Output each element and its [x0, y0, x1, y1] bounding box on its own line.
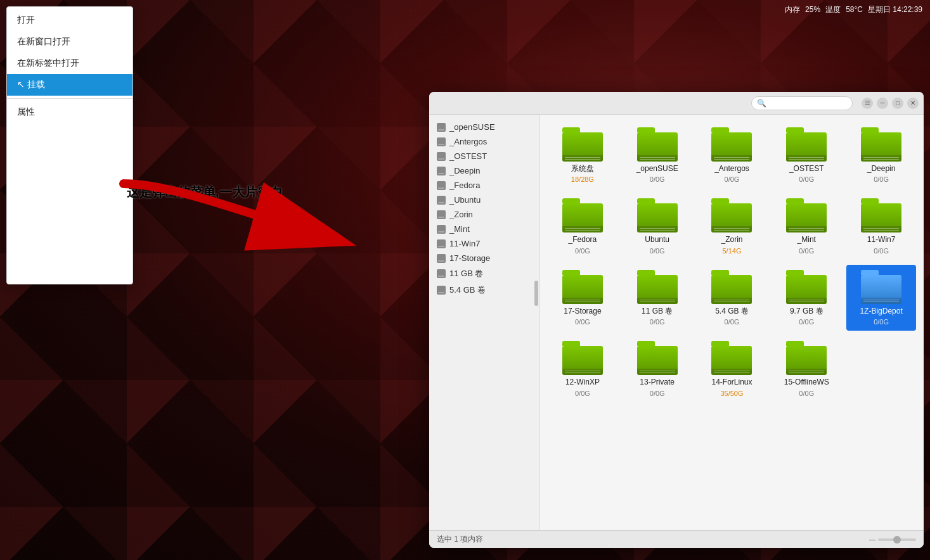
- file-sublabel: 0/0G: [799, 247, 814, 255]
- sidebar-item-zorin[interactable]: _Zorin: [429, 207, 539, 222]
- file-sublabel: 5/14G: [723, 247, 742, 255]
- drive-icon: [437, 210, 446, 219]
- context-menu-properties[interactable]: 属性: [7, 101, 132, 123]
- file-item-private[interactable]: 13-Private 0/0G: [623, 336, 692, 402]
- folder-icon: [861, 270, 901, 304]
- drive-icon: [437, 181, 446, 190]
- folder-icon: [786, 270, 827, 304]
- memory-label: 内存: [785, 4, 800, 15]
- file-item-ostest[interactable]: _OSTEST 0/0G: [772, 122, 841, 188]
- taskbar-info: 内存 25% 温度 58°C 星期日 14:22:39: [785, 4, 922, 15]
- sidebar-item-deepin[interactable]: _Deepin: [429, 163, 539, 178]
- file-item-zorin[interactable]: _Zorin 5/14G: [697, 193, 767, 259]
- sidebar-item-label: 11-Win7: [449, 239, 480, 248]
- fm-statusbar: 选中 1 项内容 —: [429, 530, 924, 548]
- folder-icon: [711, 341, 752, 375]
- file-label: Ubuntu: [645, 235, 669, 244]
- sidebar-item-label: 17-Storage: [449, 253, 490, 263]
- file-item-17storage[interactable]: 17-Storage 0/0G: [548, 265, 617, 331]
- drive-icon: [437, 254, 446, 263]
- zoom-icon-small: —: [869, 536, 875, 543]
- drive-icon: [437, 286, 446, 295]
- file-label: _Antergos: [714, 164, 749, 173]
- context-menu-open-new-window[interactable]: 在新窗口打开: [7, 31, 132, 53]
- sidebar-item-storage[interactable]: 17-Storage: [429, 251, 539, 265]
- file-item-antergos[interactable]: _Antergos 0/0G: [697, 122, 767, 188]
- sidebar-item-label: _Deepin: [449, 166, 480, 175]
- file-label: _Zorin: [721, 235, 742, 244]
- folder-icon: [637, 127, 678, 162]
- file-item-fedora[interactable]: _Fedora 0/0G: [548, 193, 617, 259]
- file-sublabel: 0/0G: [725, 318, 740, 326]
- sidebar-scrollbar[interactable]: [534, 281, 538, 306]
- drive-icon: [437, 225, 446, 234]
- sidebar-item-ubuntu[interactable]: _Ubuntu: [429, 193, 539, 207]
- file-label: _OSTEST: [789, 164, 824, 173]
- context-menu-open-new-tab[interactable]: 在新标签中打开: [7, 53, 132, 74]
- file-item-11gb[interactable]: 11 GB 卷 0/0G: [623, 265, 692, 331]
- file-label: 17-Storage: [564, 307, 601, 315]
- drive-icon: [437, 167, 446, 175]
- file-item-bigdepot[interactable]: 1Z-BigDepot 0/0G: [846, 265, 916, 331]
- sidebar-item-win7[interactable]: 11-Win7: [429, 236, 539, 251]
- slider-thumb: [893, 536, 901, 544]
- fm-sidebar: _openSUSE _Antergos _OSTEST _Deepin _Fed…: [429, 115, 540, 530]
- sidebar-item-label: _Ubuntu: [449, 195, 481, 205]
- sidebar-item-ostest[interactable]: _OSTEST: [429, 149, 539, 163]
- sidebar-item-label: _OSTEST: [449, 151, 487, 161]
- folder-icon: [711, 127, 752, 162]
- context-menu: 打开 在新窗口打开 在新标签中打开 ↖挂载 属性: [6, 6, 133, 284]
- folder-icon: [786, 198, 827, 232]
- file-sublabel: 0/0G: [799, 390, 814, 397]
- sidebar-item-54gb[interactable]: 5.4 GB 卷: [429, 282, 539, 298]
- sidebar-item-antergos[interactable]: _Antergos: [429, 134, 539, 149]
- folder-icon: [861, 198, 901, 232]
- file-label: _Mint: [798, 235, 816, 244]
- drive-icon: [437, 137, 446, 146]
- zoom-slider[interactable]: —: [869, 536, 916, 543]
- file-item-mint[interactable]: _Mint 0/0G: [772, 193, 841, 259]
- drive-icon: [437, 152, 446, 161]
- close-button[interactable]: ✕: [907, 98, 919, 109]
- fm-search-bar[interactable]: 🔍: [751, 96, 853, 110]
- maximize-button[interactable]: □: [892, 98, 903, 109]
- context-menu-open[interactable]: 打开: [7, 10, 132, 31]
- memory-value: 25%: [805, 5, 820, 14]
- sidebar-item-label: 5.4 GB 卷: [449, 284, 486, 296]
- sidebar-item-fedora[interactable]: _Fedora: [429, 178, 539, 193]
- drive-icon: [437, 239, 446, 248]
- file-sublabel: 0/0G: [575, 247, 590, 255]
- context-menu-empty-space: [7, 123, 132, 281]
- sidebar-item-label: _Antergos: [449, 137, 487, 146]
- temp-value: 58°C: [846, 5, 863, 14]
- file-label: 9.7 GB 卷: [790, 307, 823, 315]
- file-item-97gb[interactable]: 9.7 GB 卷 0/0G: [772, 265, 841, 331]
- file-item-forlinux[interactable]: 14-ForLinux 35/50G: [697, 336, 767, 402]
- file-item-offlinews[interactable]: 15-OfflineWS 0/0G: [772, 336, 841, 402]
- file-item-ubuntu[interactable]: Ubuntu 0/0G: [623, 193, 692, 259]
- file-item-deepin[interactable]: _Deepin 0/0G: [846, 122, 916, 188]
- file-item-opensuse[interactable]: _openSUSE 0/0G: [623, 122, 692, 188]
- drive-icon: [437, 196, 446, 205]
- file-item-win7[interactable]: 11-Win7 0/0G: [846, 193, 916, 259]
- folder-icon: [637, 341, 678, 375]
- search-icon: 🔍: [757, 99, 766, 108]
- sidebar-item-label: _Zorin: [449, 210, 473, 219]
- sidebar-item-11gb[interactable]: 11 GB 卷: [429, 265, 539, 282]
- minimize-button[interactable]: ─: [877, 98, 888, 109]
- arrow-annotation: [124, 165, 377, 294]
- menu-button[interactable]: ☰: [862, 98, 873, 109]
- file-item-winxp[interactable]: 12-WinXP 0/0G: [548, 336, 617, 402]
- file-sublabel: 0/0G: [575, 390, 590, 397]
- slider-track: [878, 538, 916, 541]
- file-item-54gb[interactable]: 5.4 GB 卷 0/0G: [697, 265, 767, 331]
- sidebar-item-label: _Mint: [449, 224, 470, 234]
- file-item-xitupan[interactable]: 系统盘 18/28G: [548, 122, 617, 188]
- sidebar-item-label: _Fedora: [449, 181, 480, 190]
- drive-icon: [437, 269, 446, 278]
- sidebar-item-opensuse[interactable]: _openSUSE: [429, 120, 539, 134]
- file-sublabel: 0/0G: [874, 247, 889, 255]
- context-menu-mount[interactable]: ↖挂载: [7, 74, 132, 96]
- sidebar-item-mint[interactable]: _Mint: [429, 222, 539, 236]
- fm-body: _openSUSE _Antergos _OSTEST _Deepin _Fed…: [429, 115, 924, 530]
